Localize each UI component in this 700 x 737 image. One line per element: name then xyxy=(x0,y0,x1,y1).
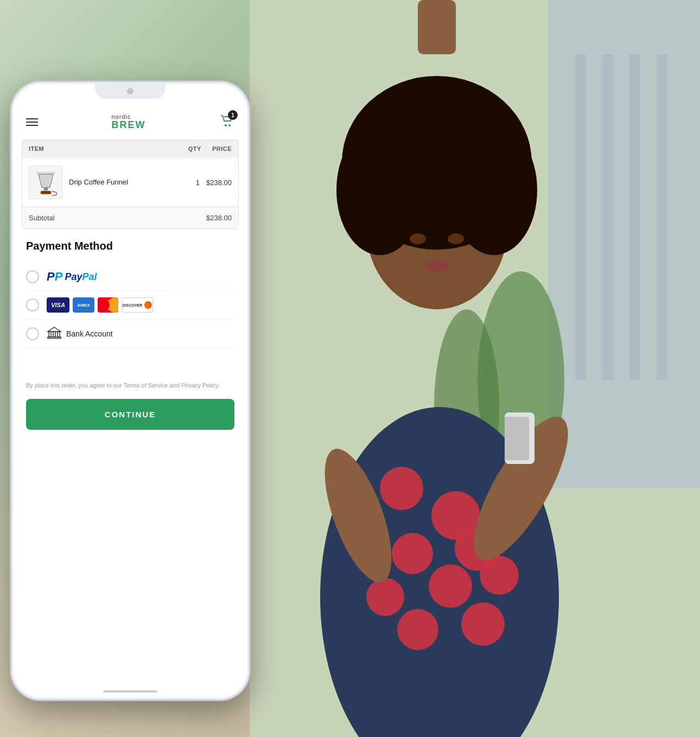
hamburger-line-2 xyxy=(26,122,38,123)
bank-radio[interactable] xyxy=(26,327,39,340)
phone-screen-content: nordic BREW 1 ITEM xyxy=(13,84,247,698)
svg-rect-4 xyxy=(629,54,640,380)
product-image-svg xyxy=(31,168,61,198)
paypal-radio[interactable] xyxy=(26,270,39,283)
phone-notch xyxy=(95,84,166,99)
cards-radio[interactable] xyxy=(26,298,39,312)
svg-marker-38 xyxy=(48,327,61,332)
svg-rect-32 xyxy=(36,171,56,174)
bank-option[interactable]: Bank Account xyxy=(26,320,234,348)
subtotal-value: $238.00 xyxy=(206,214,232,222)
cards-option[interactable]: VISA AMEX DISCOVER xyxy=(26,291,234,320)
product-name: Drip Coffee Funnel xyxy=(69,178,189,187)
phone-mockup: nordic BREW 1 ITEM xyxy=(11,81,260,711)
svg-rect-1 xyxy=(548,0,700,488)
amex-logo: AMEX xyxy=(73,297,94,313)
subtotal-label: Subtotal xyxy=(29,214,55,222)
continue-button[interactable]: CONTINUE xyxy=(26,399,234,430)
product-qty: 1 xyxy=(196,179,200,187)
card-logos: VISA AMEX DISCOVER xyxy=(47,297,153,313)
svg-point-9 xyxy=(380,467,423,510)
svg-rect-3 xyxy=(602,54,613,380)
hamburger-line-3 xyxy=(26,125,38,126)
product-price: $238.00 xyxy=(206,179,232,187)
paypal-option[interactable]: PP PayPal xyxy=(26,263,234,291)
mastercard-logo xyxy=(98,297,118,313)
hamburger-line-1 xyxy=(26,118,38,119)
svg-point-31 xyxy=(228,124,231,126)
cart-button[interactable]: 1 xyxy=(219,113,234,131)
svg-rect-29 xyxy=(505,417,529,460)
col-item: ITEM xyxy=(29,145,177,152)
cart-badge: 1 xyxy=(228,110,238,120)
visa-logo: VISA xyxy=(47,297,69,313)
logo-brew-text: BREW xyxy=(112,120,146,131)
svg-rect-37 xyxy=(41,191,50,194)
bank-icon xyxy=(47,326,62,341)
col-qty: QTY xyxy=(188,145,201,152)
woman-illustration xyxy=(250,0,700,737)
payment-title: Payment Method xyxy=(26,240,234,252)
svg-marker-33 xyxy=(38,174,53,187)
bank-label: Bank Account xyxy=(66,329,113,338)
paypal-logo: PP PayPal xyxy=(47,270,97,284)
table-row: Drip Coffee Funnel 1 $238.00 xyxy=(22,157,238,207)
phone-screen-area: nordic BREW 1 ITEM xyxy=(13,84,247,698)
order-table: ITEM QTY PRICE xyxy=(22,139,239,229)
svg-point-17 xyxy=(461,602,505,646)
svg-point-25 xyxy=(410,233,426,244)
home-indicator xyxy=(103,690,157,692)
svg-rect-41 xyxy=(58,332,60,337)
svg-point-30 xyxy=(225,124,227,126)
svg-point-13 xyxy=(366,578,404,616)
svg-point-23 xyxy=(336,125,423,255)
payment-section: Payment Method PP PayPal xyxy=(13,229,247,348)
table-header: ITEM QTY PRICE xyxy=(22,140,238,157)
svg-rect-39 xyxy=(49,332,51,337)
phone-frame: nordic BREW 1 ITEM xyxy=(11,81,250,700)
terms-text: By place this order, you agree to our Te… xyxy=(13,348,247,399)
svg-point-14 xyxy=(429,564,472,608)
svg-point-24 xyxy=(450,125,537,255)
bank-option-content: Bank Account xyxy=(47,326,113,341)
product-image xyxy=(29,166,62,199)
svg-point-15 xyxy=(480,556,519,595)
svg-rect-5 xyxy=(657,54,667,380)
svg-point-26 xyxy=(448,233,464,244)
svg-rect-42 xyxy=(48,337,61,339)
svg-rect-40 xyxy=(53,332,55,337)
app-header: nordic BREW 1 xyxy=(13,108,247,139)
subtotal-row: Subtotal $238.00 xyxy=(22,207,238,228)
svg-rect-35 xyxy=(43,187,47,190)
col-price: PRICE xyxy=(212,145,232,152)
hamburger-button[interactable] xyxy=(26,118,38,126)
svg-point-11 xyxy=(392,533,433,574)
discover-logo: DISCOVER xyxy=(122,297,153,313)
app-logo: nordic BREW xyxy=(112,113,146,131)
svg-rect-2 xyxy=(575,54,586,380)
svg-point-16 xyxy=(397,609,438,650)
svg-point-27 xyxy=(425,261,449,271)
svg-rect-20 xyxy=(418,0,456,54)
